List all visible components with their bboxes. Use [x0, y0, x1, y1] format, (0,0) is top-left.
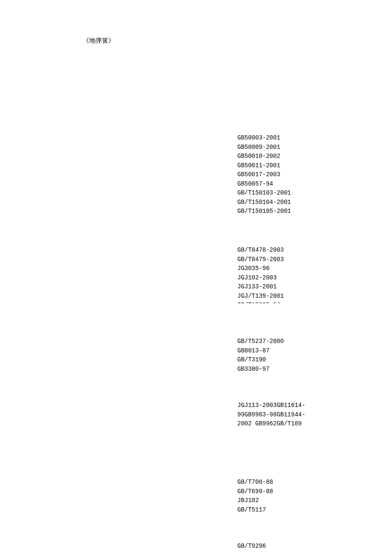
document-title: 《地弹簧》 — [83, 37, 115, 45]
standards-block-6: GB/T9296 — [237, 542, 266, 551]
standards-block-5: GB/T700-88GB/T699-88JBJ102GB/T5117 — [237, 478, 273, 513]
standards-block-2: GB/T8478-2003GB/T8479-2003JG3035-96JGJ10… — [237, 246, 284, 303]
standards-block-1: GB50003-2001GB50009-2001GB50010-2002GB50… — [237, 134, 291, 216]
standards-block-4: JGJ113-2003GB11614-99GB9963-98GB11944-20… — [237, 401, 306, 429]
standards-block-3: GB/T5237-2000GB8013-87GB/T3190GB3380-97 — [237, 337, 284, 372]
